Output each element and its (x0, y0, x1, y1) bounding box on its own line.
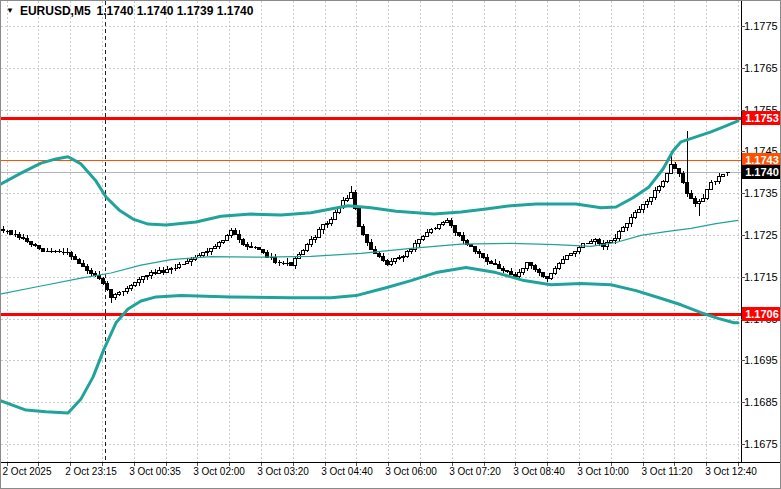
x-axis-label: 3 Oct 07:20 (442, 466, 508, 477)
y-axis-label: 1.1735 (744, 187, 781, 199)
support-badge: 1.1706 (742, 307, 781, 321)
y-axis-label: 1.1775 (744, 20, 781, 32)
y-axis-label: 1.1715 (744, 271, 781, 283)
resistance-badge-upper: 1.1753 (742, 111, 781, 125)
chart-title-bar: ▼ EURUSD,M5 1.1740 1.1740 1.1739 1.1740 (6, 4, 253, 18)
mt4-chart-window: ▼ EURUSD,M5 1.1740 1.1740 1.1739 1.1740 … (0, 0, 781, 489)
x-axis-label: 3 Oct 10:00 (570, 466, 636, 477)
x-axis-label: 3 Oct 03:20 (250, 466, 316, 477)
y-axis-label: 1.1695 (744, 354, 781, 366)
y-axis-label: 1.1725 (744, 229, 781, 241)
x-axis-label: 3 Oct 12:40 (698, 466, 764, 477)
x-axis-label: 3 Oct 08:40 (506, 466, 572, 477)
x-axis-label: 3 Oct 02:00 (186, 466, 252, 477)
y-axis-label: 1.1765 (744, 62, 781, 74)
x-axis-label: 2 Oct 2025 (0, 466, 60, 477)
collapse-triangle-icon[interactable]: ▼ (6, 7, 14, 15)
x-axis-label: 3 Oct 11:20 (634, 466, 700, 477)
x-axis-label: 3 Oct 00:35 (122, 466, 188, 477)
y-axis-label: 1.1685 (744, 396, 781, 408)
price-chart-canvas[interactable] (1, 1, 781, 489)
current-price-badge: 1.1740 (742, 165, 781, 179)
chart-ohlc-values: 1.1740 1.1740 1.1739 1.1740 (97, 4, 254, 18)
x-axis-label: 2 Oct 23:15 (58, 466, 124, 477)
x-axis-label: 3 Oct 04:40 (314, 466, 380, 477)
x-axis-label: 3 Oct 06:00 (378, 466, 444, 477)
chart-symbol-label: EURUSD,M5 (20, 4, 91, 18)
y-axis-label: 1.1675 (744, 438, 781, 450)
